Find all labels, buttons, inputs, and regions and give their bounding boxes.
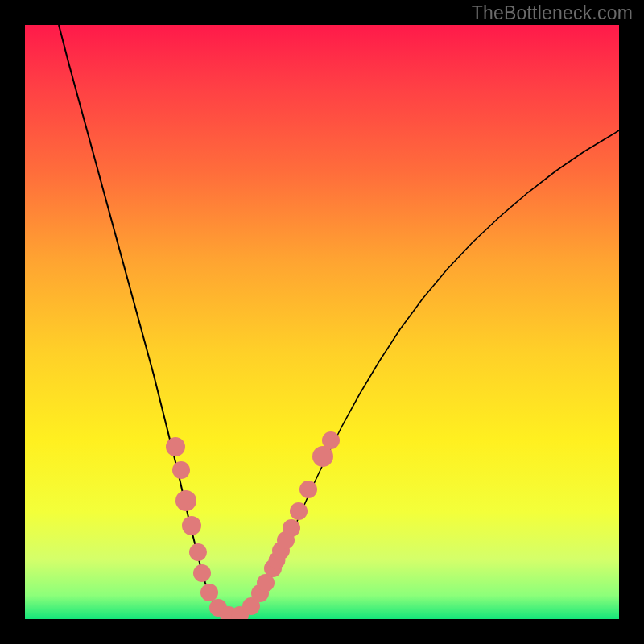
data-marker [193, 564, 211, 582]
data-marker [175, 490, 196, 511]
bottleneck-curve-left [59, 25, 233, 618]
data-marker [299, 481, 317, 498]
data-marker [172, 461, 190, 479]
data-marker [290, 502, 308, 520]
chart-frame: TheBottleneck.com [0, 0, 644, 644]
data-markers [166, 431, 340, 619]
data-marker [283, 519, 300, 537]
data-marker [166, 437, 185, 456]
watermark-text: TheBottleneck.com [472, 2, 633, 24]
data-marker [189, 543, 207, 561]
data-marker [322, 431, 340, 449]
data-marker [182, 516, 201, 535]
plot-area [25, 25, 619, 619]
data-marker [200, 584, 218, 601]
chart-svg [25, 25, 619, 619]
